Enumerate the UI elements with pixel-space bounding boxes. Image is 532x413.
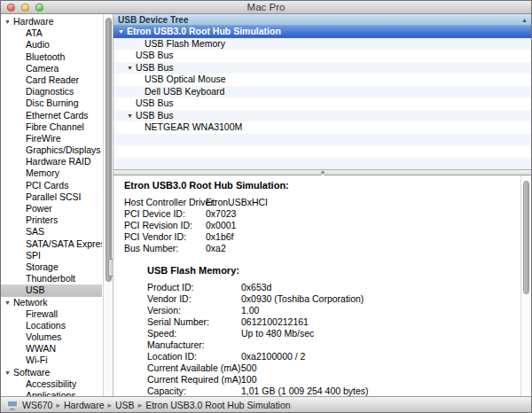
detail-row-value: 0x7023: [206, 208, 516, 220]
tree-row-label: USB Flash Memory: [145, 38, 225, 51]
detail-row-label: PCI Device ID:: [124, 208, 206, 220]
breadcrumb-separator-icon: ▸: [138, 401, 143, 409]
detail-row-label: Location ID:: [147, 351, 241, 362]
title-bar[interactable]: Mac Pro: [1, 1, 531, 14]
sidebar-item-graphics-displays[interactable]: Graphics/Displays: [1, 144, 102, 156]
sidebar-item-storage[interactable]: Storage: [1, 261, 102, 273]
disclosure-triangle-icon[interactable]: ▼: [127, 62, 136, 74]
sidebar-item-audio[interactable]: Audio: [1, 39, 102, 51]
breadcrumb-item-usb: USB: [115, 400, 135, 410]
sidebar-item-sata-sata-express[interactable]: SATA/SATA Express: [1, 238, 102, 250]
tree-row-usb-optical-mouse[interactable]: USB Optical Mouse: [113, 74, 531, 86]
tree-row-usb-bus[interactable]: ▼USB Bus: [113, 110, 531, 122]
detail-row-value: 0xa2: [206, 243, 516, 254]
sidebar-item-firewire[interactable]: FireWire: [1, 133, 102, 144]
sidebar-section-network[interactable]: ▼Network: [1, 297, 102, 308]
tree-row-usb-bus[interactable]: ▼USB Bus: [113, 62, 531, 74]
detail-row-label: Product ID:: [147, 282, 241, 293]
system-profiler-window: Mac Pro ▼HardwareATAAudioBluetoothCamera…: [0, 0, 532, 413]
disclosure-triangle-icon[interactable]: ▼: [118, 26, 127, 38]
sidebar-item-wwan[interactable]: WWAN: [1, 343, 102, 355]
sidebar-item-spi[interactable]: SPI: [1, 250, 102, 261]
main-panel: USB Device Tree ▲ ▼Etron USB3.0 Root Hub…: [113, 14, 531, 396]
usb-device-tree-column-header[interactable]: USB Device Tree ▲: [113, 14, 531, 26]
sort-ascending-icon: ▲: [521, 14, 528, 26]
tree-row-empty: [113, 134, 531, 146]
detail-row-label: Speed:: [147, 328, 241, 339]
sidebar-item-thunderbolt[interactable]: Thunderbolt: [1, 273, 102, 284]
sidebar-item-volumes[interactable]: Volumes: [1, 331, 102, 343]
detail-row-label: Serial Number:: [147, 316, 241, 328]
sidebar-item-memory[interactable]: Memory: [1, 168, 102, 179]
sidebar-section-label: Network: [13, 297, 48, 308]
detail-row-value: 0xa2100000 / 2: [241, 351, 516, 362]
disclosure-triangle-icon: ▼: [4, 16, 13, 27]
tree-row-dell-usb-keyboard[interactable]: Dell USB Keyboard: [113, 86, 531, 98]
tree-row-usb-flash-memory[interactable]: USB Flash Memory: [113, 38, 531, 51]
pane-splitter[interactable]: [113, 169, 531, 175]
sidebar-item-locations[interactable]: Locations: [1, 320, 102, 331]
detail-row-value: [241, 339, 516, 351]
sidebar-scrollbar[interactable]: [103, 14, 113, 396]
sidebar-scrollbar-thumb[interactable]: [106, 18, 112, 282]
detail-row-label: Bus Number:: [124, 243, 206, 254]
detail-row-version: Version:1.00: [147, 305, 516, 316]
detail-panel: Etron USB3.0 Root Hub Simulation:Host Co…: [113, 175, 531, 396]
tree-row-empty: [113, 145, 531, 158]
sidebar-section-label: Hardware: [13, 16, 54, 27]
sidebar-item-disc-burning[interactable]: Disc Burning: [1, 97, 102, 109]
sidebar-item-camera[interactable]: Camera: [1, 63, 102, 74]
sidebar-item-pci-cards[interactable]: PCI Cards: [1, 180, 102, 191]
sidebar-item-wi-fi[interactable]: Wi-Fi: [1, 355, 102, 366]
detail-section-etron-usb3-0-root-hub-simulation: Etron USB3.0 Root Hub Simulation:Host Co…: [124, 180, 516, 254]
tree-row-label: Etron USB3.0 Root Hub Simulation: [127, 26, 281, 38]
detail-row-manufacturer: Manufacturer:: [147, 339, 516, 351]
close-button[interactable]: [7, 4, 15, 12]
sidebar-item-parallel-scsi[interactable]: Parallel SCSI: [1, 191, 102, 203]
window-title: Mac Pro: [1, 1, 531, 14]
detail-row-value: 0612100212161: [241, 316, 516, 328]
sidebar-item-usb[interactable]: USB: [1, 284, 102, 296]
sidebar-item-sas[interactable]: SAS: [1, 226, 102, 238]
detail-row-label: PCI Vendor ID:: [124, 231, 206, 243]
disclosure-triangle-icon[interactable]: ▼: [127, 110, 136, 122]
sidebar-section-hardware[interactable]: ▼Hardware: [1, 16, 102, 27]
sidebar-item-accessibility[interactable]: Accessibility: [1, 378, 102, 390]
sidebar-item-fibre-channel[interactable]: Fibre Channel: [1, 121, 102, 133]
splitter-dimple-icon: [321, 171, 325, 175]
detail-row-value: 1.00: [241, 305, 516, 316]
detail-row-value: 0x1b6f: [206, 231, 516, 243]
minimize-button[interactable]: [21, 4, 29, 12]
tree-row-usb-bus[interactable]: USB Bus: [113, 50, 531, 62]
sidebar-item-bluetooth[interactable]: Bluetooth: [1, 51, 102, 63]
sidebar-item-firewall[interactable]: Firewall: [1, 308, 102, 320]
sidebar-item-card-reader[interactable]: Card Reader: [1, 74, 102, 86]
detail-row-vendor-id: Vendor ID:0x0930 (Toshiba Corporation): [147, 293, 516, 305]
sidebar-item-power[interactable]: Power: [1, 203, 102, 214]
sidebar-item-diagnostics[interactable]: Diagnostics: [1, 86, 102, 97]
detail-row-label: Host Controller Driver:: [124, 197, 206, 208]
detail-scrollbar[interactable]: [520, 175, 531, 396]
breadcrumb: WS670▸Hardware▸USB▸Etron USB3.0 Root Hub…: [22, 400, 291, 410]
detail-row-speed: Speed:Up to 480 Mb/sec: [147, 328, 516, 339]
detail-scrollbar-thumb[interactable]: [523, 181, 529, 294]
zoom-button[interactable]: [35, 4, 43, 12]
sidebar-item-ata[interactable]: ATA: [1, 27, 102, 39]
detail-row-value: EtronUSBxHCI: [206, 197, 516, 208]
tree-row-netgear-wna3100m[interactable]: NETGEAR WNA3100M: [113, 121, 531, 134]
tree-row-usb-bus[interactable]: USB Bus: [113, 97, 531, 110]
detail-content: Etron USB3.0 Root Hub Simulation:Host Co…: [113, 175, 520, 396]
tree-row-etron-usb3-0-root-hub-simulation[interactable]: ▼Etron USB3.0 Root Hub Simulation: [113, 26, 531, 38]
tree-row-label: USB Optical Mouse: [145, 74, 226, 86]
tree-row-label: USB Bus: [136, 110, 174, 122]
breadcrumb-item-etron-usb3-0-root-hub-simulation: Etron USB3.0 Root Hub Simulation: [145, 400, 290, 410]
detail-row-location-id: Location ID:0xa2100000 / 2: [147, 351, 516, 362]
breadcrumb-item-ws670: WS670: [22, 400, 52, 410]
sidebar-section-software[interactable]: ▼Software: [1, 367, 102, 378]
sidebar-item-hardware-raid[interactable]: Hardware RAID: [1, 156, 102, 168]
tree-row-label: USB Bus: [136, 62, 174, 74]
sidebar-item-ethernet-cards[interactable]: Ethernet Cards: [1, 110, 102, 121]
sidebar: ▼HardwareATAAudioBluetoothCameraCard Rea…: [1, 14, 113, 396]
tree-row-label: USB Bus: [136, 50, 174, 62]
sidebar-item-printers[interactable]: Printers: [1, 214, 102, 226]
